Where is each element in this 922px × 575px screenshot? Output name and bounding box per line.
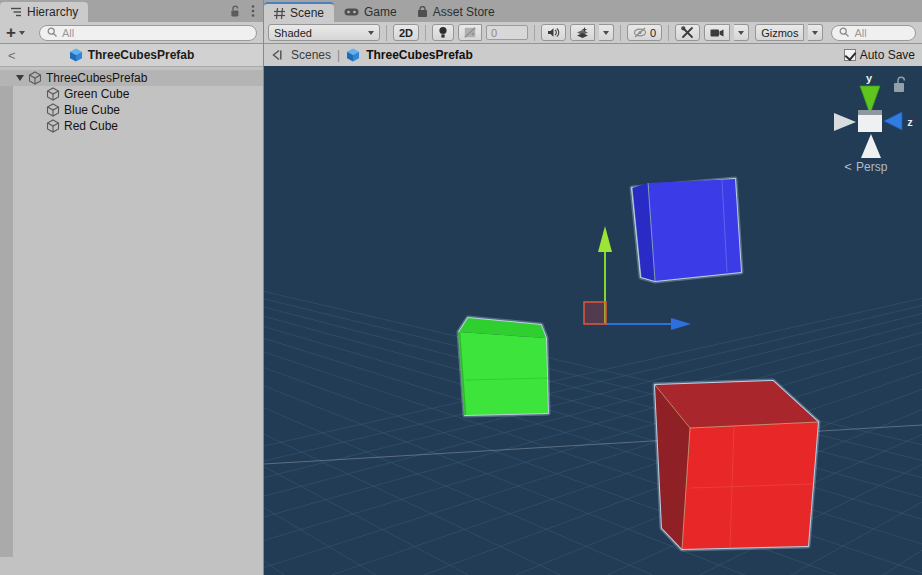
breadcrumb-scenes[interactable]: Scenes	[291, 48, 331, 62]
chevron-down-icon	[812, 31, 818, 35]
breadcrumb-current-prefab[interactable]: ThreeCubesPrefab	[366, 48, 473, 62]
divider	[534, 25, 535, 41]
hierarchy-search-input[interactable]: All	[39, 25, 257, 41]
shading-mode-value: Shaded	[274, 27, 312, 39]
auto-save-control[interactable]: Auto Save	[844, 48, 915, 62]
divider	[386, 25, 387, 41]
gizmo-cube-top-face	[858, 110, 882, 115]
exposure-value: 0	[491, 27, 497, 39]
prefab-icon	[69, 48, 83, 62]
hidden-count: 0	[650, 27, 656, 39]
scene-lighting-button[interactable]	[432, 24, 454, 41]
prefab-back-button[interactable]: <	[8, 48, 16, 63]
breadcrumb-separator: |	[337, 48, 340, 62]
scene-effects-dropdown[interactable]	[599, 24, 614, 41]
exposure-image-icon	[464, 27, 476, 38]
breadcrumb-back-icon[interactable]	[271, 49, 285, 61]
scene-tabstrip: Scene Game Asset Store	[264, 0, 922, 22]
axis-z-label: z	[907, 116, 913, 128]
kebab-menu-icon[interactable]	[251, 4, 255, 18]
tree-row-green-cube[interactable]: Green Cube	[0, 86, 263, 102]
speaker-icon	[547, 27, 560, 38]
auto-save-label: Auto Save	[860, 48, 915, 62]
hierarchy-toolbar: + All	[0, 22, 263, 44]
tab-hierarchy-label: Hierarchy	[27, 5, 78, 19]
scene-visibility-button[interactable]: 0	[627, 24, 662, 41]
plus-icon: +	[6, 26, 16, 40]
tree-row-root[interactable]: ThreeCubesPrefab	[0, 70, 263, 86]
crossed-tools-icon	[681, 26, 694, 39]
check-icon	[844, 49, 856, 61]
shopping-bag-icon	[417, 6, 428, 18]
tab-scene[interactable]: Scene	[264, 2, 334, 22]
tree-row-label: Blue Cube	[64, 103, 120, 117]
scene-audio-button[interactable]	[541, 24, 566, 41]
prefab-breadcrumb-bar: Scenes | ThreeCubesPrefab Auto Save	[264, 44, 922, 66]
hierarchy-tree: ThreeCubesPrefab Green Cube Blue Cube Re…	[0, 70, 263, 557]
tree-row-label: Green Cube	[64, 87, 129, 101]
chevron-down-icon	[603, 31, 609, 35]
blue-cube-mesh[interactable]	[632, 179, 741, 281]
visibility-gutter[interactable]	[0, 70, 13, 557]
scene-effects-button[interactable]	[570, 24, 595, 41]
red-cube-mesh[interactable]	[655, 381, 818, 549]
chevron-down-icon	[368, 31, 374, 35]
gamepad-icon	[344, 7, 359, 17]
fx-layers-icon	[576, 27, 589, 39]
persp-label[interactable]: Persp	[856, 160, 888, 174]
unlock-icon[interactable]	[229, 5, 241, 18]
hierarchy-tabstrip: Hierarchy	[0, 0, 263, 22]
gizmos-button[interactable]: Gizmos	[755, 24, 804, 41]
exposure-icon-button[interactable]	[458, 24, 482, 41]
scene-search-placeholder: All	[854, 27, 866, 39]
expand-arrow-icon[interactable]	[16, 75, 24, 81]
exposure-field[interactable]: 0	[486, 25, 528, 40]
component-tools-button[interactable]	[675, 24, 700, 41]
prefab-title: ThreeCubesPrefab	[88, 48, 195, 62]
scene-panel: Scene Game Asset Store Shaded	[264, 0, 922, 575]
search-icon	[839, 27, 850, 38]
tab-asset-store-label: Asset Store	[433, 5, 495, 19]
scene-grid-icon	[274, 8, 285, 19]
scene-toolbar: Shaded 2D 0	[264, 22, 922, 44]
camera-icon	[710, 28, 724, 38]
plane-handle[interactable]	[584, 302, 606, 324]
gameobject-cube-icon	[46, 103, 60, 117]
auto-save-checkbox[interactable]	[844, 49, 856, 61]
2d-toggle-button[interactable]: 2D	[393, 24, 419, 41]
2d-label: 2D	[399, 27, 413, 39]
divider	[425, 25, 426, 41]
scene-search-input[interactable]: All	[831, 25, 916, 41]
prefab-icon	[346, 48, 360, 62]
tree-row-red-cube[interactable]: Red Cube	[0, 118, 263, 134]
chevron-down-icon	[19, 31, 25, 35]
create-gameobject-button[interactable]: +	[4, 26, 27, 40]
tab-hierarchy[interactable]: Hierarchy	[0, 2, 88, 22]
tab-game-label: Game	[364, 5, 397, 19]
scene-camera-dropdown[interactable]	[734, 24, 749, 41]
gizmos-dropdown[interactable]	[808, 24, 823, 41]
persp-angle-icon[interactable]: <	[844, 159, 852, 174]
tree-row-label: Red Cube	[64, 119, 118, 133]
gameobject-cube-icon	[46, 119, 60, 133]
tab-asset-store[interactable]: Asset Store	[407, 2, 505, 22]
divider	[620, 25, 621, 41]
tree-row-blue-cube[interactable]: Blue Cube	[0, 102, 263, 118]
chevron-down-icon	[738, 31, 744, 35]
search-icon	[47, 27, 58, 38]
tree-row-label: ThreeCubesPrefab	[46, 71, 147, 85]
gameobject-cube-icon	[46, 87, 60, 101]
green-cube-mesh[interactable]	[459, 318, 548, 415]
divider	[668, 25, 669, 41]
scene-render: y z < Persp	[264, 66, 922, 575]
tab-game[interactable]: Game	[334, 2, 407, 22]
shading-mode-dropdown[interactable]: Shaded	[268, 24, 380, 41]
hierarchy-icon	[10, 6, 22, 18]
bulb-icon	[438, 26, 448, 39]
prefab-mode-header: < ThreeCubesPrefab	[0, 44, 263, 67]
gizmos-label: Gizmos	[761, 27, 798, 39]
axis-y-label: y	[866, 72, 873, 84]
scene-camera-button[interactable]	[704, 24, 730, 41]
hierarchy-panel: Hierarchy + All	[0, 0, 264, 575]
scene-viewport[interactable]: y z < Persp	[264, 66, 922, 575]
